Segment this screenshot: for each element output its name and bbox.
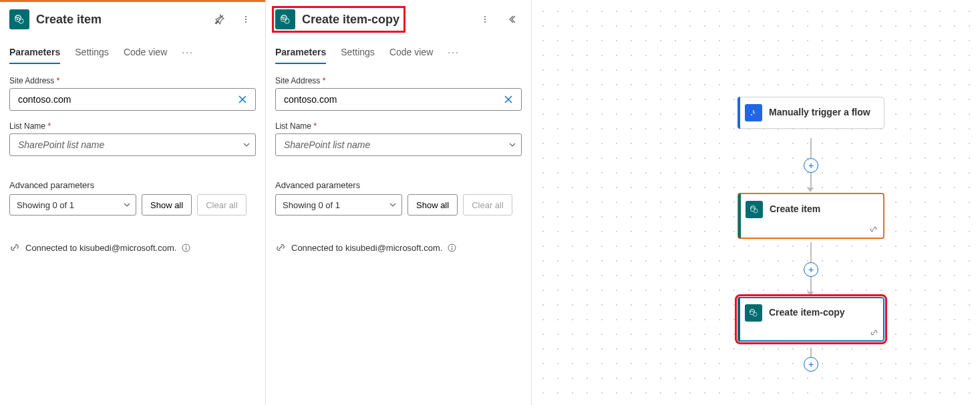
chevron-down-icon: [243, 141, 250, 148]
tab-overflow[interactable]: ···: [182, 47, 194, 64]
panel2-header: S Create item-copy: [266, 0, 531, 35]
connection-text: Connected to kisubedi@microsoft.com.: [291, 243, 442, 253]
info-icon[interactable]: [448, 244, 456, 252]
sharepoint-icon: [745, 304, 762, 322]
connection-row: Connected to kisubedi@microsoft.com.: [266, 216, 531, 253]
clear-all-button: Clear all: [463, 194, 512, 216]
connection-row: Connected to kisubedi@microsoft.com.: [0, 216, 265, 253]
site-address-input[interactable]: [17, 93, 234, 105]
tab-code-view[interactable]: Code view: [389, 47, 433, 64]
panel2-title: Create item-copy: [302, 13, 399, 27]
svg-rect-24: [452, 247, 452, 250]
connector: [810, 138, 812, 158]
tab-parameters[interactable]: Parameters: [9, 47, 60, 64]
trigger-icon: [745, 104, 762, 121]
link-icon: [275, 242, 286, 253]
advanced-row: Showing 0 of 1 Show all Clear all: [9, 194, 256, 216]
connector: [810, 173, 812, 187]
clear-icon[interactable]: [234, 91, 251, 108]
sharepoint-icon: [746, 201, 763, 218]
action1-title: Create item: [770, 204, 820, 216]
panel1-title: Create item: [36, 13, 202, 27]
tab-settings[interactable]: Settings: [75, 47, 109, 64]
more-button[interactable]: [475, 9, 495, 29]
advanced-dropdown-text: Showing 0 of 1: [17, 200, 74, 210]
site-address-label: Site Address *: [275, 76, 522, 85]
chevron-down-icon: [509, 141, 516, 148]
sharepoint-icon: S: [275, 9, 295, 29]
linked-icon: [870, 328, 878, 337]
details-panel-2: S Create item-copy Parameters Settings C…: [266, 0, 532, 405]
panel2-title-highlight: S Create item-copy: [272, 6, 405, 33]
panel1-tabs: Parameters Settings Code view ···: [0, 35, 265, 64]
svg-point-6: [245, 19, 247, 20]
svg-rect-12: [186, 247, 186, 250]
clear-all-button: Clear all: [197, 194, 247, 216]
svg-rect-32: [750, 312, 754, 315]
trigger-title: Manually trigger a flow: [769, 107, 870, 119]
add-action-button[interactable]: +: [804, 357, 818, 372]
node-accent: [738, 297, 740, 342]
list-name-placeholder: SharePoint list name: [18, 139, 104, 150]
list-name-placeholder: SharePoint list name: [284, 139, 370, 150]
site-address-input-wrap: [275, 88, 522, 111]
more-button[interactable]: [236, 9, 256, 29]
svg-point-17: [484, 16, 486, 17]
list-name-select[interactable]: SharePoint list name: [275, 133, 522, 156]
connector: [810, 242, 812, 262]
svg-point-19: [484, 21, 486, 23]
connector: [810, 348, 812, 357]
tab-parameters[interactable]: Parameters: [275, 47, 326, 64]
svg-point-26: [751, 114, 752, 115]
add-action-button[interactable]: +: [804, 262, 818, 277]
panel1-header: S Create item: [0, 0, 265, 35]
tab-code-view[interactable]: Code view: [124, 47, 167, 64]
svg-point-5: [245, 16, 247, 17]
panel2-form: Site Address * List Name * SharePoint li…: [266, 64, 531, 216]
link-icon: [9, 242, 20, 253]
advanced-label: Advanced parameters: [275, 180, 522, 190]
collapse-button[interactable]: [502, 9, 522, 29]
svg-rect-29: [751, 208, 754, 212]
site-address-input[interactable]: [283, 93, 500, 105]
list-name-label: List Name *: [9, 121, 256, 131]
action-node-create-item[interactable]: Create item: [738, 193, 884, 239]
info-icon[interactable]: [182, 244, 190, 252]
chevron-down-icon: [124, 201, 130, 208]
tab-settings[interactable]: Settings: [341, 47, 375, 64]
flow-canvas[interactable]: Manually trigger a flow + Create item + …: [532, 0, 980, 405]
clear-icon[interactable]: [500, 91, 517, 108]
show-all-button[interactable]: Show all: [407, 194, 458, 216]
advanced-dropdown[interactable]: Showing 0 of 1: [275, 194, 402, 216]
advanced-row: Showing 0 of 1 Show all Clear all: [275, 194, 522, 216]
advanced-label: Advanced parameters: [9, 180, 256, 190]
chevron-down-icon: [389, 201, 396, 208]
linked-icon: [869, 225, 878, 234]
show-all-button[interactable]: Show all: [142, 194, 192, 216]
list-name-label: List Name *: [275, 121, 522, 131]
panel1-form: Site Address * List Name * SharePoint li…: [0, 64, 265, 216]
action-node-create-item-copy[interactable]: Create item-copy: [738, 297, 884, 342]
add-action-button[interactable]: +: [804, 158, 818, 173]
site-address-input-wrap: [9, 88, 256, 111]
sharepoint-icon: S: [9, 9, 29, 29]
site-address-label: Site Address *: [9, 76, 256, 85]
svg-point-7: [245, 21, 247, 23]
advanced-dropdown[interactable]: Showing 0 of 1: [9, 194, 136, 216]
node-accent: [738, 97, 740, 129]
svg-point-11: [186, 246, 187, 247]
action2-title: Create item-copy: [769, 307, 845, 319]
svg-point-18: [484, 19, 486, 20]
node-accent: [738, 193, 741, 238]
connection-text: Connected to kisubedi@microsoft.com.: [25, 243, 176, 253]
panel2-tabs: Parameters Settings Code view ···: [266, 35, 531, 64]
arrow-icon: [807, 187, 814, 192]
trigger-node[interactable]: Manually trigger a flow: [738, 97, 884, 129]
tab-overflow[interactable]: ···: [448, 47, 460, 64]
list-name-select[interactable]: SharePoint list name: [9, 133, 256, 156]
details-panel-1: S Create item Parameters Settings Code v…: [0, 0, 266, 405]
svg-point-23: [452, 246, 453, 247]
unpin-button[interactable]: [209, 9, 229, 29]
advanced-dropdown-text: Showing 0 of 1: [283, 200, 340, 210]
arrow-icon: [807, 292, 814, 296]
